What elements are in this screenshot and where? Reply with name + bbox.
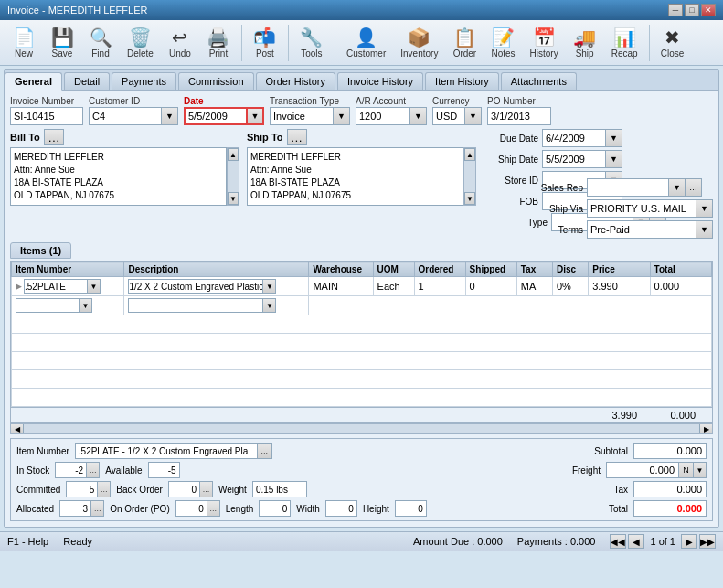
tab-item-history[interactable]: Item History (425, 72, 499, 90)
ship-to-textarea[interactable]: MEREDITH LEFFLER Attn: Anne Sue 18A BI-S… (247, 147, 463, 206)
in-stock-input[interactable] (55, 462, 87, 478)
ship-to-ellipsis-button[interactable]: … (287, 129, 307, 145)
new-item-dropdown[interactable]: ▼ (80, 298, 92, 313)
table-scrollbar-right[interactable] (696, 410, 708, 421)
weight-input[interactable] (252, 481, 307, 497)
new-desc-input[interactable] (128, 298, 263, 313)
tab-payments[interactable]: Payments (112, 72, 176, 90)
ship-date-input[interactable] (542, 150, 606, 168)
sales-rep-dropdown[interactable]: ▼ (669, 178, 686, 197)
tools-button[interactable]: 🔧 Tools (293, 24, 330, 61)
bill-to-scroll-down[interactable]: ▼ (228, 192, 239, 205)
notes-button[interactable]: 📝 Notes (484, 24, 521, 61)
tab-commission[interactable]: Commission (178, 72, 254, 90)
allocated-input[interactable] (59, 500, 91, 517)
ship-button[interactable]: 🚚 Ship (567, 24, 603, 61)
close-button[interactable]: ✖ Close (654, 24, 691, 61)
height-input[interactable] (395, 500, 427, 517)
hscroll-track[interactable] (24, 424, 699, 433)
date-dropdown[interactable]: ▼ (248, 107, 264, 125)
row-item-number-input[interactable] (24, 279, 88, 294)
ship-date-dropdown[interactable]: ▼ (606, 150, 622, 168)
save-button[interactable]: 💾 Save (44, 24, 80, 61)
order-button[interactable]: 📋 Order (446, 24, 483, 61)
allocated-ellipsis[interactable]: … (91, 500, 104, 517)
tab-attachments[interactable]: Attachments (501, 72, 577, 90)
item-number-bottom-ellipsis[interactable]: … (258, 443, 272, 459)
date-input[interactable] (184, 107, 248, 125)
invoice-number-input[interactable] (10, 107, 83, 125)
recap-button[interactable]: 📊 Recap (605, 24, 644, 61)
back-order-input[interactable] (168, 481, 200, 497)
freight-input[interactable] (606, 462, 679, 478)
customer-button[interactable]: 👤 Customer (340, 24, 392, 61)
item-number-bottom-input[interactable] (75, 443, 258, 459)
total-input[interactable] (633, 500, 707, 517)
on-order-input[interactable] (175, 500, 207, 517)
width-input[interactable] (325, 500, 357, 517)
sales-rep-ellipsis[interactable]: … (686, 178, 702, 197)
row-description-input[interactable] (128, 279, 263, 294)
tab-order-history[interactable]: Order History (256, 72, 335, 90)
row-item-dropdown[interactable]: ▼ (88, 279, 101, 294)
currency-dropdown[interactable]: ▼ (465, 107, 482, 125)
find-button[interactable]: 🔍 Find (82, 24, 119, 61)
close-window-button[interactable]: ✕ (701, 4, 716, 16)
ship-to-scroll-up[interactable]: ▲ (464, 148, 475, 161)
post-button[interactable]: 📬 Post (247, 24, 283, 61)
committed-ellipsis[interactable]: … (98, 481, 111, 497)
ship-to-scrollbar[interactable]: ▲ ▼ (463, 147, 476, 206)
last-page-button[interactable]: ▶▶ (699, 534, 716, 549)
tab-general[interactable]: General (5, 72, 62, 91)
history-button[interactable]: 📅 History (524, 24, 565, 61)
freight-n-button[interactable]: N (679, 462, 694, 478)
length-input[interactable] (259, 500, 291, 517)
transaction-type-input[interactable] (270, 107, 334, 125)
print-button[interactable]: 🖨️ Print (200, 24, 237, 61)
items-tab-label[interactable]: Items (1) (10, 242, 71, 259)
hscroll-right[interactable]: ▶ (699, 424, 712, 433)
available-input[interactable] (148, 462, 180, 478)
new-desc-dropdown[interactable]: ▼ (263, 298, 276, 313)
tab-invoice-history[interactable]: Invoice History (337, 72, 423, 90)
row-desc-dropdown[interactable]: ▼ (263, 279, 276, 294)
bill-to-scroll-up[interactable]: ▲ (228, 148, 239, 161)
customer-id-input[interactable] (89, 107, 162, 125)
items-hscrollbar[interactable]: ◀ ▶ (10, 423, 713, 434)
on-order-ellipsis[interactable]: … (207, 500, 220, 517)
bill-to-textarea[interactable]: MEREDITH LEFFLER Attn: Anne Sue 18A BI-S… (10, 147, 227, 206)
minimize-button[interactable]: ─ (668, 4, 683, 16)
hscroll-left[interactable]: ◀ (11, 424, 24, 433)
in-stock-ellipsis[interactable]: … (87, 462, 100, 478)
freight-dropdown[interactable]: ▼ (694, 462, 707, 478)
ar-account-input[interactable] (356, 107, 410, 125)
due-date-input[interactable] (542, 129, 606, 147)
terms-dropdown[interactable]: ▼ (696, 220, 713, 239)
po-number-input[interactable] (487, 107, 551, 125)
terms-input[interactable] (587, 220, 696, 239)
bill-to-ellipsis-button[interactable]: … (44, 129, 64, 145)
prev-page-button[interactable]: ◀ (628, 534, 644, 549)
inventory-button[interactable]: 📦 Inventory (394, 24, 444, 61)
ship-to-scroll-down[interactable]: ▼ (464, 192, 475, 205)
subtotal-input[interactable] (633, 443, 707, 459)
sales-rep-input[interactable] (587, 178, 669, 197)
ship-via-dropdown[interactable]: ▼ (696, 199, 713, 218)
ship-via-input[interactable] (587, 199, 696, 218)
back-order-ellipsis[interactable]: … (200, 481, 213, 497)
tax-input[interactable] (633, 481, 707, 497)
new-button[interactable]: 📄 New (5, 24, 42, 61)
maximize-button[interactable]: □ (685, 4, 699, 16)
bill-to-scrollbar[interactable]: ▲ ▼ (227, 147, 239, 206)
tab-detail[interactable]: Detail (64, 72, 110, 90)
first-page-button[interactable]: ◀◀ (610, 534, 626, 549)
ar-account-dropdown[interactable]: ▼ (410, 107, 427, 125)
transaction-type-dropdown[interactable]: ▼ (334, 107, 350, 125)
committed-input[interactable] (66, 481, 98, 497)
delete-button[interactable]: 🗑️ Delete (121, 24, 160, 61)
currency-input[interactable] (432, 107, 465, 125)
customer-id-dropdown[interactable]: ▼ (162, 107, 178, 125)
due-date-dropdown[interactable]: ▼ (606, 129, 622, 147)
undo-button[interactable]: ↩ Undo (162, 24, 198, 61)
new-item-input[interactable] (16, 298, 80, 313)
